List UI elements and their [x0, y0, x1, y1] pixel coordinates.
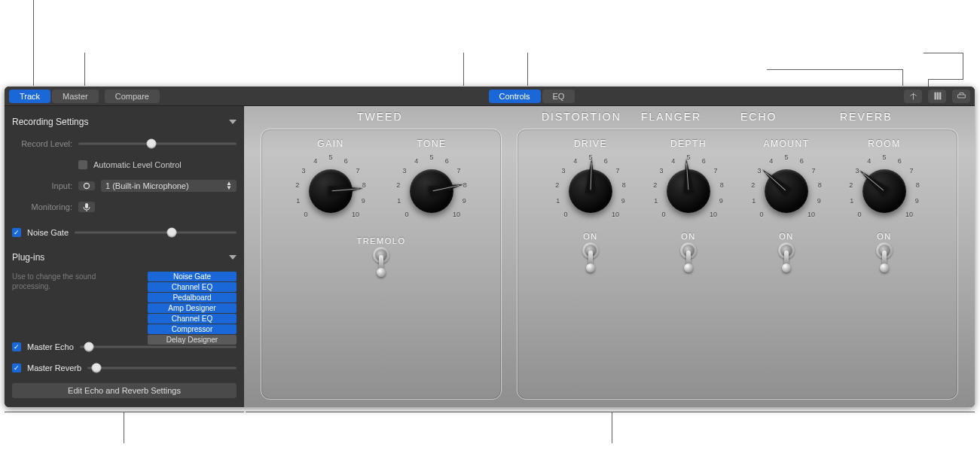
knob-tick: 10: [612, 211, 619, 218]
noise-gate-checkbox[interactable]: [12, 228, 21, 237]
knob-tick: 4: [671, 157, 675, 165]
svg-rect-1: [936, 93, 938, 100]
svg-rect-4: [85, 203, 88, 208]
smart-controls-window: Track Master Compare Controls EQ Recordi…: [5, 87, 975, 407]
plugin-slot[interactable]: Compressor: [148, 324, 237, 334]
knob-tick: 7: [910, 167, 914, 175]
knob-tick: 3: [402, 167, 406, 175]
knob-tick: 1: [556, 197, 560, 205]
callout-line: [527, 53, 528, 86]
record-level-slider[interactable]: [78, 138, 237, 149]
output-icon[interactable]: [952, 90, 970, 103]
controls-tab[interactable]: Controls: [489, 90, 541, 103]
knob[interactable]: 012345678910: [553, 154, 628, 229]
knob-tick: 8: [818, 181, 822, 189]
auto-level-label: Automatic Level Control: [93, 160, 182, 169]
knob-tick: 0: [858, 211, 862, 218]
knob-tick: 7: [714, 167, 718, 175]
knob-tick: 2: [653, 181, 657, 189]
knob-label: AMOUNT: [764, 138, 810, 149]
plugins-help-text: Use to change the sound processing.: [12, 272, 110, 291]
noise-gate-slider[interactable]: [75, 227, 237, 238]
knob-tick: 1: [654, 197, 658, 205]
input-source-dropdown[interactable]: 1 (Built-in Microphone) ▲▼: [101, 180, 237, 192]
edit-echo-reverb-button[interactable]: Edit Echo and Reverb Settings: [12, 383, 237, 398]
effect-title: DISTORTION: [542, 111, 621, 123]
knob-tick: 9: [463, 197, 466, 205]
toggle-label: TREMOLO: [357, 236, 406, 245]
knob-tick: 2: [751, 181, 755, 189]
toggle-switch[interactable]: [371, 247, 391, 277]
effect-title: ECHO: [740, 111, 777, 123]
toggle-switch[interactable]: [875, 242, 894, 272]
panel-title: TWEED: [357, 111, 403, 123]
knob[interactable]: 012345678910: [293, 154, 368, 229]
knob-tick: 5: [784, 154, 788, 161]
master-echo-label: Master Echo: [27, 342, 74, 351]
knob[interactable]: 012345678910: [749, 154, 824, 229]
tuner-icon[interactable]: [904, 90, 922, 103]
knob-tick: 5: [882, 154, 886, 161]
knob-tick: 9: [719, 197, 723, 205]
knob-tick: 1: [296, 197, 300, 205]
knob[interactable]: 012345678910: [651, 154, 726, 229]
knob-tick: 0: [564, 211, 568, 218]
amp-panel: GAIN012345678910TONE012345678910TREMOLO: [261, 129, 502, 400]
compare-button[interactable]: Compare: [105, 90, 160, 103]
knob-tick: 1: [850, 197, 853, 205]
knob-label: DEPTH: [670, 138, 707, 149]
knob-tick: 2: [555, 181, 559, 189]
master-echo-checkbox[interactable]: [12, 342, 21, 351]
input-channel-toggle[interactable]: [78, 181, 95, 190]
knob-tick: 10: [352, 211, 359, 218]
master-reverb-label: Master Reverb: [27, 363, 81, 372]
plugin-slot[interactable]: Channel EQ: [148, 282, 237, 292]
monitoring-toggle[interactable]: [78, 202, 95, 212]
plugin-slot[interactable]: Noise Gate: [148, 272, 237, 281]
section-title: Recording Settings: [12, 117, 88, 127]
callout-line: [124, 412, 124, 443]
callout-line: [5, 412, 244, 412]
knob-tick: 0: [304, 211, 308, 218]
callout-line: [463, 53, 464, 86]
knob-tick: 4: [867, 157, 871, 165]
master-reverb-slider[interactable]: [87, 363, 237, 373]
recording-settings-section[interactable]: Recording Settings: [12, 114, 237, 130]
svg-rect-0: [934, 93, 936, 100]
knob-tick: 5: [429, 154, 433, 161]
knob-tick: 6: [344, 157, 348, 165]
knob-label: DRIVE: [574, 138, 607, 149]
knob-tick: 9: [817, 197, 821, 205]
knob[interactable]: 012345678910: [394, 154, 469, 229]
plugins-section[interactable]: Plug-ins: [12, 249, 237, 266]
knob-tick: 3: [659, 167, 663, 175]
track-button[interactable]: Track: [9, 90, 50, 103]
knob-tick: 8: [720, 181, 724, 189]
callout-line: [963, 53, 963, 69]
master-button[interactable]: Master: [52, 90, 99, 103]
toggle-switch[interactable]: [777, 242, 796, 272]
toggle-switch[interactable]: [581, 242, 600, 272]
plugin-slot[interactable]: Amp Designer: [148, 303, 237, 313]
knob-tick: 4: [313, 157, 317, 165]
knob-tick: 8: [622, 181, 626, 189]
knob-tick: 3: [301, 167, 305, 175]
knob-label: ROOM: [868, 138, 900, 149]
arpeggiator-icon[interactable]: [928, 90, 946, 103]
knob-label: GAIN: [317, 138, 343, 149]
knob-tick: 10: [905, 211, 913, 218]
knob[interactable]: 012345678910: [847, 154, 922, 229]
master-echo-slider[interactable]: [80, 342, 237, 352]
section-title: Plug-ins: [12, 252, 44, 263]
monitoring-label: Monitoring:: [12, 202, 72, 211]
eq-tab[interactable]: EQ: [542, 90, 575, 103]
plugin-slot[interactable]: Channel EQ: [148, 314, 237, 324]
knob-tick: 6: [800, 157, 804, 165]
toggle-switch[interactable]: [679, 242, 698, 272]
auto-level-checkbox[interactable]: [78, 160, 87, 169]
callout-line: [924, 53, 963, 53]
knob-tick: 10: [808, 211, 815, 218]
knob-tick: 4: [573, 157, 577, 165]
plugin-slot[interactable]: Pedalboard: [148, 293, 237, 302]
master-reverb-checkbox[interactable]: [12, 363, 21, 372]
